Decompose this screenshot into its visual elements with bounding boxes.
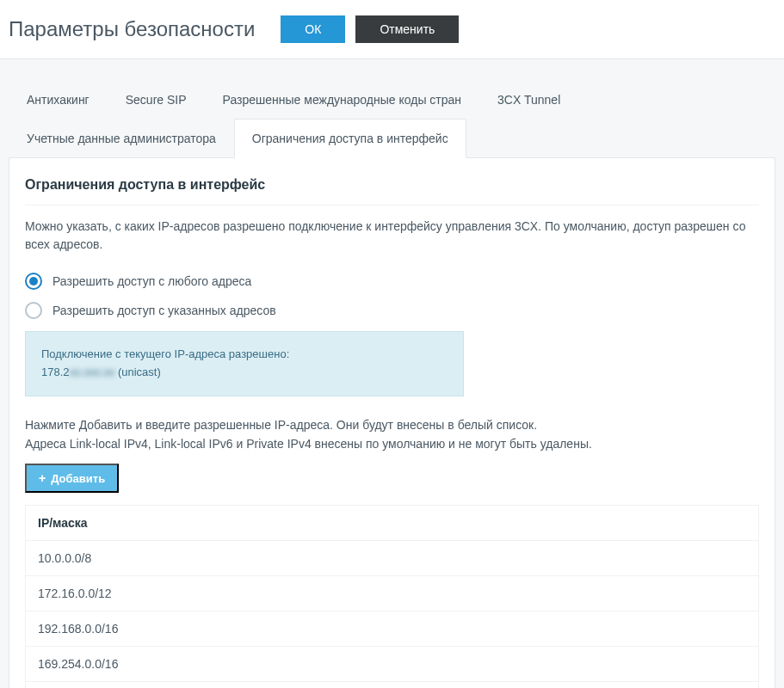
- ok-button[interactable]: ОК: [281, 15, 345, 43]
- panel-description: Можно указать, с каких IP-адресов разреш…: [25, 218, 759, 254]
- tab-antihacking[interactable]: Антихакинг: [9, 80, 108, 119]
- ip-table: IP/маска 10.0.0.0/8 172.16.0.0/12 192.16…: [25, 505, 759, 688]
- ip-table-header: IP/маска: [26, 506, 758, 541]
- header-bar: Параметры безопасности ОК Отменить: [0, 0, 784, 59]
- radio-button-icon: [25, 302, 42, 319]
- radio-allow-listed-label: Разрешить доступ с указанных адресов: [52, 304, 276, 317]
- callout-line1: Подключение с текущего IP-адреса разреше…: [41, 346, 448, 364]
- page-title: Параметры безопасности: [9, 17, 255, 41]
- radio-allow-any[interactable]: Разрешить доступ с любого адреса: [25, 273, 759, 290]
- add-button-label: Добавить: [51, 472, 105, 485]
- table-row[interactable]: fe80::/10: [26, 682, 758, 688]
- callout-ip-masked: xx.xxx.xx: [70, 364, 115, 382]
- tab-3cx-tunnel[interactable]: 3CX Tunnel: [479, 80, 578, 119]
- panel-heading: Ограничения доступа в интерфейс: [25, 177, 759, 206]
- add-button[interactable]: + Добавить: [25, 464, 119, 493]
- radio-allow-any-label: Разрешить доступ с любого адреса: [52, 274, 251, 288]
- callout-ip-line: 178.2xx.xxx.xx (unicast): [41, 364, 448, 382]
- cancel-button[interactable]: Отменить: [355, 15, 459, 43]
- tab-console-restrictions[interactable]: Ограничения доступа в интерфейс: [234, 119, 466, 158]
- plus-icon: +: [39, 471, 46, 485]
- callout-ip-prefix: 178.2: [41, 366, 70, 378]
- table-row[interactable]: 172.16.0.0/12: [26, 576, 758, 611]
- tab-secure-sip[interactable]: Secure SIP: [108, 80, 205, 119]
- radio-allow-listed[interactable]: Разрешить доступ с указанных адресов: [25, 302, 759, 319]
- panel-wrap: Ограничения доступа в интерфейс Можно ук…: [0, 157, 784, 688]
- table-row[interactable]: 169.254.0.0/16: [26, 647, 758, 682]
- instructions-line2: Адреса Link-local IPv4, Link-local IPv6 …: [25, 434, 759, 453]
- panel-console-restrictions: Ограничения доступа в интерфейс Можно ук…: [9, 157, 775, 688]
- instructions-line1: Нажмите Добавить и введите разрешенные I…: [25, 415, 759, 434]
- tab-country-codes[interactable]: Разрешенные международные коды стран: [205, 80, 480, 119]
- current-ip-callout: Подключение с текущего IP-адреса разреше…: [25, 331, 464, 396]
- table-row[interactable]: 10.0.0.0/8: [26, 541, 758, 576]
- instructions: Нажмите Добавить и введите разрешенные I…: [25, 415, 759, 454]
- tabs-row: Антихакинг Secure SIP Разрешенные междун…: [0, 59, 784, 158]
- table-row[interactable]: 192.168.0.0/16: [26, 611, 758, 647]
- tab-admin-credentials[interactable]: Учетные данные администратора: [9, 119, 234, 158]
- callout-ip-suffix: (unicast): [114, 366, 160, 378]
- radio-button-icon: [25, 273, 42, 290]
